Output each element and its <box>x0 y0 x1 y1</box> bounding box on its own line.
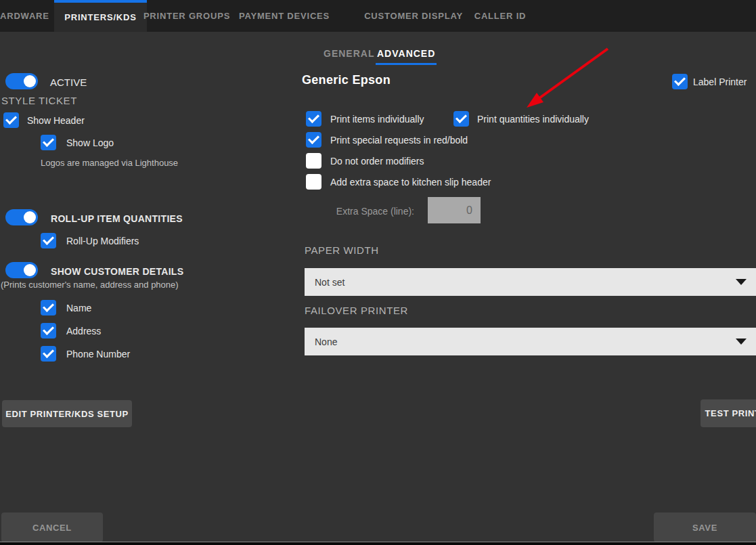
show-logo-label: Show Logo <box>66 137 114 148</box>
paper-width-dropdown[interactable]: Not set <box>305 268 756 296</box>
print-quantities-individually-label: Print quantities individually <box>477 114 589 125</box>
active-subtab-underline <box>376 63 437 65</box>
customer-name-label: Name <box>66 303 91 313</box>
rollup-quantities-toggle[interactable] <box>5 209 38 225</box>
customer-details-note: (Prints customer's name, address and pho… <box>1 280 179 290</box>
customer-address-label: Address <box>66 326 101 336</box>
special-requests-red-bold-label: Print special requests in red/bold <box>330 135 468 146</box>
special-requests-red-bold-checkbox[interactable] <box>306 132 321 148</box>
customer-name-checkbox[interactable] <box>41 300 56 315</box>
bottom-edge-strip <box>0 542 756 545</box>
printer-settings-screen: ARDWARE PRINTERS/KDS PRINTER GROUPS PAYM… <box>0 0 756 545</box>
dropdown-caret-icon <box>736 279 747 285</box>
tab-customer-display[interactable]: CUSTOMER DISPLAY <box>363 0 464 32</box>
tab-hardware[interactable]: ARDWARE <box>0 0 54 32</box>
paper-width-value: Not set <box>315 277 344 288</box>
do-not-order-modifiers-checkbox[interactable] <box>306 153 321 169</box>
show-customer-details-toggle[interactable] <box>5 262 38 278</box>
style-ticket-heading: STYLE TICKET <box>1 95 77 106</box>
save-button[interactable]: SAVE <box>654 513 756 542</box>
toggle-knob-icon <box>24 211 36 223</box>
edit-printer-kds-setup-button[interactable]: EDIT PRINTER/KDS SETUP <box>2 400 132 427</box>
cancel-button[interactable]: CANCEL <box>1 513 103 542</box>
test-print-button[interactable]: TEST PRINT <box>701 399 756 427</box>
customer-phone-label: Phone Number <box>66 349 130 359</box>
extra-space-kitchen-slip-checkbox[interactable] <box>306 174 321 190</box>
printer-name-title: Generic Epson <box>302 73 391 87</box>
top-nav-bar: ARDWARE PRINTERS/KDS PRINTER GROUPS PAYM… <box>0 0 756 32</box>
logo-managed-note: Logos are managed via Lighthouse <box>41 158 178 168</box>
subtab-general[interactable]: GENERAL <box>324 48 374 59</box>
active-toggle-label: ACTIVE <box>50 77 87 88</box>
extra-space-line-label: Extra Space (line): <box>305 206 414 217</box>
active-toggle[interactable] <box>5 73 38 89</box>
show-logo-checkbox[interactable] <box>41 135 56 150</box>
tab-printers-kds[interactable]: PRINTERS/KDS <box>54 0 147 32</box>
failover-printer-heading: FAILOVER PRINTER <box>305 305 408 316</box>
red-annotation-arrow-icon <box>521 43 616 114</box>
dropdown-caret-icon <box>736 339 747 345</box>
failover-printer-dropdown[interactable]: None <box>305 328 756 355</box>
customer-address-checkbox[interactable] <box>41 323 56 339</box>
failover-printer-value: None <box>315 336 337 347</box>
print-quantities-individually-checkbox[interactable] <box>453 111 469 127</box>
toggle-knob-icon <box>24 75 36 87</box>
tab-printer-groups[interactable]: PRINTER GROUPS <box>146 0 228 32</box>
show-header-checkbox[interactable] <box>3 112 19 128</box>
tab-payment-devices[interactable]: PAYMENT DEVICES <box>240 0 328 32</box>
rollup-modifiers-label: Roll-Up Modifiers <box>66 236 139 246</box>
subtab-advanced[interactable]: ADVANCED <box>377 48 435 59</box>
show-customer-details-label: SHOW CUSTOMER DETAILS <box>51 266 183 277</box>
paper-width-heading: PAPER WIDTH <box>305 244 379 256</box>
tab-caller-id[interactable]: CALLER ID <box>470 0 530 32</box>
rollup-modifiers-checkbox[interactable] <box>41 233 56 248</box>
label-printer-label: Label Printer <box>693 77 747 87</box>
show-header-label: Show Header <box>27 115 85 126</box>
print-items-individually-label: Print items individually <box>330 114 424 125</box>
customer-phone-checkbox[interactable] <box>41 346 56 362</box>
rollup-quantities-label: ROLL-UP ITEM QUANTITIES <box>51 213 183 224</box>
do-not-order-modifiers-label: Do not order modifiers <box>330 156 424 167</box>
extra-space-line-input[interactable] <box>428 197 481 223</box>
print-items-individually-checkbox[interactable] <box>306 111 321 127</box>
label-printer-checkbox[interactable] <box>672 74 688 89</box>
extra-space-kitchen-slip-label: Add extra space to kitchen slip header <box>330 177 491 188</box>
toggle-knob-icon <box>24 264 36 276</box>
